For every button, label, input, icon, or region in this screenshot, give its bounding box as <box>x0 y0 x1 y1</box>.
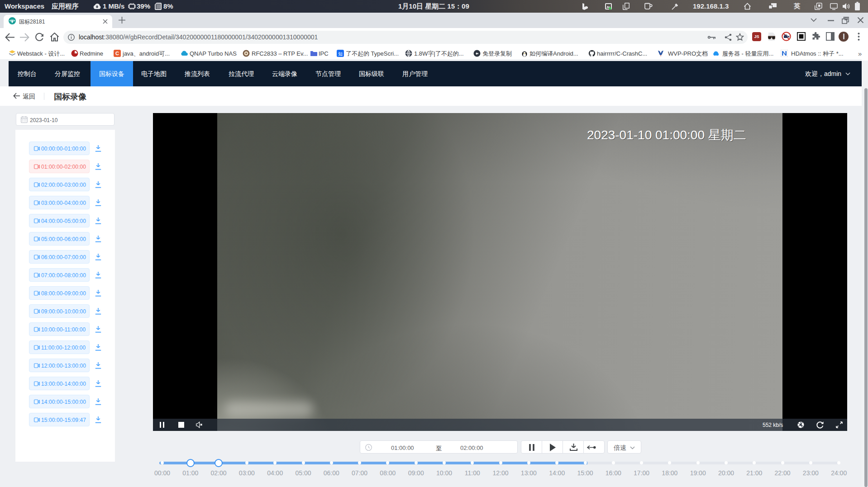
svg-text:知: 知 <box>338 52 343 57</box>
svg-text:C: C <box>115 51 119 56</box>
